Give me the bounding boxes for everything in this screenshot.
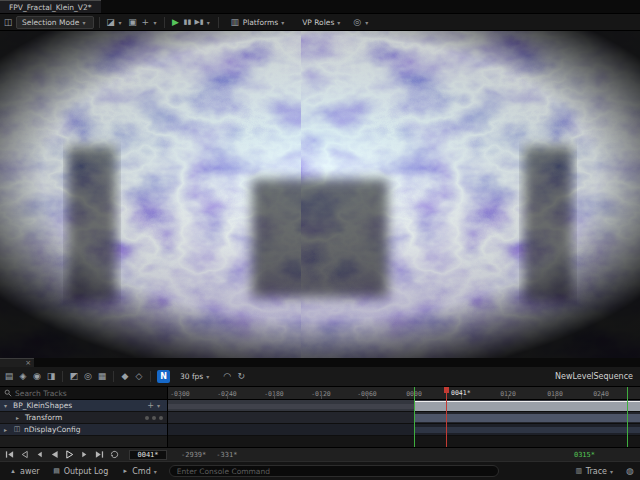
expander-icon[interactable]: ▸ (4, 426, 10, 433)
timeline-lane-bp-kleinshapes[interactable] (168, 400, 640, 412)
play-button[interactable]: ▶ (170, 17, 180, 27)
content-drawer-button[interactable]: ▴ awer (5, 465, 44, 478)
cmd-label: Cmd (132, 467, 150, 476)
ruler-tick-mark (601, 395, 602, 399)
chevron-down-icon[interactable]: ▾ (157, 402, 163, 409)
console-command-input[interactable] (169, 465, 499, 477)
chevron-down-icon[interactable]: ▾ (365, 19, 371, 26)
render-movie-icon[interactable]: ◨ (46, 372, 56, 381)
output-log-button[interactable]: ▤ Output Log (49, 465, 113, 478)
play-forward-button[interactable] (63, 450, 76, 460)
timeline-area[interactable]: -0300 -0240 -0180 -0120 -0060 0000 0120 … (168, 387, 640, 447)
retimer-icon[interactable]: ↻ (236, 372, 246, 381)
playback-options-icon[interactable]: ▦ (97, 372, 107, 381)
main-toolbar: ◫ Selection Mode ▾ ◪ ▾ ▣ + ▾ ▶ ▮▮ ▶▮ ▾ ▥… (0, 14, 640, 31)
add-content-cube-icon[interactable]: ▣ (127, 18, 137, 27)
playback-end-value[interactable]: 0315* (574, 451, 595, 459)
fractal-render (0, 31, 640, 358)
loop-toggle-button[interactable] (108, 450, 121, 460)
previous-keyframe-button[interactable] (18, 450, 31, 460)
view-options-icon[interactable]: ◎ (83, 372, 93, 381)
section-bar[interactable] (414, 414, 640, 422)
play-options-chevron-icon[interactable]: ▾ (207, 19, 213, 26)
sequencer-body: ▾ BP_KleinShapes + ▾ ▸ Transform (0, 387, 640, 447)
playhead-handle[interactable] (444, 387, 449, 393)
channel-toggle-dot[interactable] (152, 416, 156, 420)
track-outliner: ▾ BP_KleinShapes + ▾ ▸ Transform (0, 387, 168, 447)
playback-range-end-marker[interactable] (627, 387, 628, 447)
find-asset-icon[interactable]: ◈ (18, 372, 28, 381)
level-viewport[interactable] (0, 31, 640, 358)
fps-label: 30 fps (180, 372, 203, 381)
expander-icon[interactable]: ▾ (4, 402, 10, 409)
play-reverse-button[interactable] (48, 450, 61, 460)
timeline-lane-ndisplayconfig[interactable] (168, 424, 640, 436)
current-frame-field[interactable] (129, 450, 167, 460)
sequencer-tab[interactable]: × (0, 358, 34, 367)
playhead[interactable] (446, 387, 447, 447)
channel-toggle-dot[interactable] (159, 416, 163, 420)
revision-control-icon[interactable]: ◍ (625, 467, 635, 476)
step-forward-button[interactable] (78, 450, 91, 460)
output-log-label: Output Log (64, 467, 109, 476)
track-row-transform[interactable]: ▸ Transform (0, 412, 167, 424)
toolbar-separator (62, 371, 63, 382)
add-track-icon[interactable]: + (147, 401, 154, 410)
vp-roles-label: VP Roles (302, 18, 334, 27)
playhead-time-label: 0041* (451, 389, 471, 397)
fps-dropdown[interactable]: 30 fps ▾ (174, 370, 218, 383)
vp-roles-dropdown[interactable]: VP Roles ▾ (296, 16, 349, 29)
pause-button[interactable]: ▮▮ (183, 19, 191, 26)
cmd-prompt-icon: ▸ (121, 468, 129, 475)
paint-brush-icon[interactable]: ◪ (105, 18, 115, 27)
auto-key-icon[interactable]: ◇ (134, 372, 144, 381)
toolbar-separator (99, 17, 100, 28)
trace-label: Trace (586, 467, 607, 476)
channel-toggle-dot[interactable] (145, 416, 149, 420)
section-bar[interactable] (414, 427, 640, 433)
asset-tab-label: FPV_Fractal_Klein_V2* (9, 3, 92, 12)
playback-range-start-marker[interactable] (414, 387, 415, 447)
chevron-down-icon[interactable]: ▾ (118, 19, 124, 26)
toolbar-separator (218, 17, 219, 28)
save-icon[interactable]: ▤ (4, 372, 14, 381)
track-row-ndisplayconfig[interactable]: ▸ ◫ nDisplayConfig (0, 424, 167, 436)
step-back-button[interactable] (33, 450, 46, 460)
working-range-end[interactable]: -331* (216, 451, 237, 459)
track-row-bp-kleinshapes[interactable]: ▾ BP_KleinShapes + ▾ (0, 400, 167, 412)
selection-mode-dropdown[interactable]: Selection Mode ▾ (16, 16, 94, 29)
curve-editor-icon[interactable]: ◠ (222, 372, 232, 381)
trace-dropdown[interactable]: ▥ Trace ▾ (571, 465, 620, 478)
expander-icon[interactable]: ▸ (16, 414, 22, 421)
close-icon[interactable]: × (25, 360, 31, 367)
ndisplay-config-icon: ◫ (13, 426, 21, 433)
chevron-down-icon: ▾ (610, 468, 616, 475)
section-bar[interactable] (414, 401, 640, 411)
settings-icon[interactable]: ◎ (352, 18, 362, 27)
ruler-tick-mark (321, 395, 322, 399)
create-camera-icon[interactable]: ◉ (32, 372, 42, 381)
keyframe-options-icon[interactable]: ◆ (120, 372, 130, 381)
search-tracks-input[interactable] (15, 389, 163, 398)
chevron-down-icon[interactable]: ▾ (153, 19, 159, 26)
ndisplay-icon[interactable]: N (157, 370, 170, 383)
toolbar-separator (113, 371, 114, 382)
ruler-tick-mark (555, 395, 556, 399)
timeline-ruler[interactable]: -0300 -0240 -0180 -0120 -0060 0000 0120 … (168, 387, 640, 400)
add-icon[interactable]: + (140, 18, 150, 27)
actions-icon[interactable]: ◩ (69, 372, 79, 381)
platforms-dropdown[interactable]: ▥ Platforms ▾ (224, 16, 294, 29)
chevron-down-icon: ▾ (281, 19, 287, 26)
timeline-lanes[interactable] (168, 400, 640, 447)
skip-to-end-button[interactable]: ▶▮ (194, 19, 203, 26)
ruler-tick-mark (274, 395, 275, 399)
jump-to-end-button[interactable] (93, 450, 106, 460)
sequencer-panel: × ▤ ◈ ◉ ◨ ◩ ◎ ▦ ◆ ◇ N 30 fps ▾ ◠ ↻ NewLe… (0, 358, 640, 461)
asset-tab-fpv-fractal-klein[interactable]: FPV_Fractal_Klein_V2* (0, 0, 101, 13)
cmd-dropdown[interactable]: ▸ Cmd ▾ (117, 465, 163, 478)
sequencer-toolbar: ▤ ◈ ◉ ◨ ◩ ◎ ▦ ◆ ◇ N 30 fps ▾ ◠ ↻ NewLeve… (0, 367, 640, 387)
editor-modes-icon[interactable]: ◫ (3, 18, 13, 27)
working-range-start[interactable]: -2939* (181, 451, 206, 459)
jump-to-start-button[interactable] (3, 450, 16, 460)
timeline-lane-transform[interactable] (168, 412, 640, 424)
